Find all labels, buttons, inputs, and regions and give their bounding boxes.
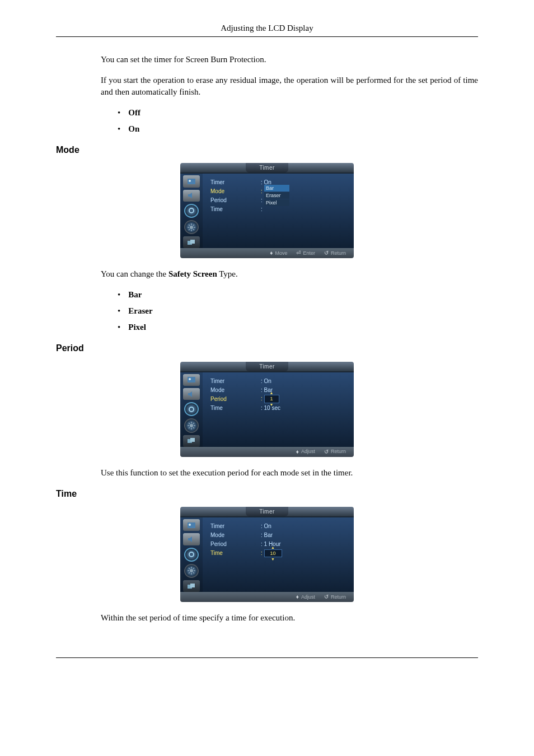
time-spinner[interactable]: 10 [264, 549, 282, 558]
footer-hint-move: ♦Move [270, 249, 287, 257]
list-item-label: Eraser [128, 306, 152, 315]
osd-row-value: : Bar [261, 531, 273, 539]
list-item: •Off [118, 107, 478, 119]
list-item-label: Off [128, 108, 140, 117]
footer-hint-enter: ⏎Enter [296, 249, 315, 257]
osd-option[interactable]: Eraser [264, 192, 289, 199]
osd-row-label: Time [210, 206, 261, 213]
multi-icon [183, 580, 200, 592]
section-heading-period: Period [56, 342, 478, 354]
picture-icon [183, 374, 200, 386]
osd-screenshot-period: Timer Timer: On Mode: Bar Period: 1 Time… [180, 362, 354, 457]
mode-body: You can change the Safety Screen Type. [101, 268, 478, 280]
osd-title-text: Timer [246, 362, 288, 371]
svg-rect-6 [190, 240, 195, 244]
svg-rect-13 [190, 438, 195, 442]
gear-icon [184, 418, 199, 432]
osd-titlebar: Timer [180, 362, 354, 371]
list-item-label: Pixel [128, 323, 146, 332]
osd-title-text: Timer [246, 163, 288, 172]
svg-point-8 [189, 378, 191, 380]
svg-marker-16 [188, 536, 192, 542]
svg-marker-2 [188, 193, 192, 198]
list-item: •Pixel [118, 321, 478, 333]
list-item-label: Bar [128, 290, 142, 299]
osd-row-value: : On [261, 377, 271, 385]
picture-icon [183, 519, 200, 531]
osd-row-value: : 1 [261, 395, 279, 403]
osd-option[interactable]: Pixel [264, 199, 289, 206]
osd-option-popup: Bar Eraser Pixel [264, 185, 289, 207]
header-rule [56, 36, 478, 37]
list-item: •Eraser [118, 305, 478, 317]
osd-option[interactable]: Bar [264, 185, 289, 192]
svg-point-18 [190, 569, 193, 572]
osd-row-value: : [261, 197, 263, 204]
multi-icon [183, 435, 200, 447]
osd-category-icons [180, 371, 203, 447]
svg-rect-0 [188, 179, 195, 184]
section-heading-mode: Mode [56, 144, 478, 156]
list-item-label: On [128, 124, 139, 133]
enter-icon: ⏎ [296, 249, 301, 257]
bold-term: Safety Screen [168, 269, 217, 278]
osd-row-label: Period [210, 197, 261, 204]
return-icon: ↺ [324, 448, 329, 456]
osd-title-text: Timer [246, 507, 288, 516]
osd-row-value: : [261, 206, 263, 213]
osd-screenshot-mode: Timer [180, 163, 354, 258]
svg-point-15 [189, 524, 191, 526]
period-body: Use this function to set the execution p… [101, 467, 478, 479]
footer-hint-return: ↺Return [324, 249, 346, 257]
osd-category-icons [180, 516, 203, 592]
osd-screenshot-time: Timer Timer: On Mode: Bar Period: 1 Hour… [180, 507, 354, 602]
intro-paragraph-2: If you start the operation to erase any … [101, 74, 478, 98]
section-heading-time: Time [56, 488, 478, 500]
setup-icon [184, 548, 199, 562]
svg-marker-9 [188, 391, 192, 397]
svg-point-17 [189, 552, 194, 557]
footer-hint-return: ↺Return [324, 593, 346, 601]
intro-bullet-list: •Off •On [118, 107, 478, 135]
list-item: •Bar [118, 289, 478, 301]
osd-row-value: : On [261, 522, 271, 530]
footer-rule [56, 657, 478, 658]
sound-icon [183, 388, 200, 400]
list-item: •On [118, 123, 478, 135]
osd-row-label: Period [210, 395, 261, 403]
osd-row-label: Mode [210, 531, 261, 539]
osd-row-label: Timer [210, 179, 261, 186]
gear-icon [184, 220, 199, 234]
return-icon: ↺ [324, 593, 329, 601]
svg-point-1 [189, 180, 191, 182]
updown-icon: ♦ [296, 593, 299, 601]
page-header: Adjusting the LCD Display [56, 22, 478, 34]
gear-icon [184, 564, 199, 578]
osd-row-label: Period [210, 540, 261, 548]
sound-icon [183, 190, 200, 202]
osd-row-label: Mode [210, 188, 261, 195]
footer-hint-return: ↺Return [324, 448, 346, 456]
period-spinner[interactable]: 1 [264, 395, 279, 403]
updown-icon: ♦ [296, 448, 299, 456]
svg-point-10 [189, 407, 194, 412]
osd-titlebar: Timer [180, 163, 354, 172]
osd-row-label: Timer [210, 522, 261, 530]
osd-row-label: Mode [210, 386, 261, 394]
svg-rect-20 [190, 584, 195, 587]
osd-titlebar: Timer [180, 507, 354, 516]
footer-hint-adjust: ♦Adjust [296, 593, 315, 601]
svg-rect-14 [188, 522, 195, 528]
osd-category-icons [180, 172, 203, 248]
mode-bullet-list: •Bar •Eraser •Pixel [118, 289, 478, 333]
return-icon: ↺ [324, 249, 329, 257]
multi-icon [183, 236, 200, 248]
setup-icon [184, 402, 199, 416]
setup-icon [184, 204, 199, 218]
footer-hint-adjust: ♦Adjust [296, 448, 315, 456]
osd-row-value: : [261, 188, 263, 195]
sound-icon [183, 533, 200, 545]
svg-point-11 [190, 424, 193, 427]
osd-row-label: Time [210, 404, 261, 412]
updown-icon: ♦ [270, 249, 273, 257]
